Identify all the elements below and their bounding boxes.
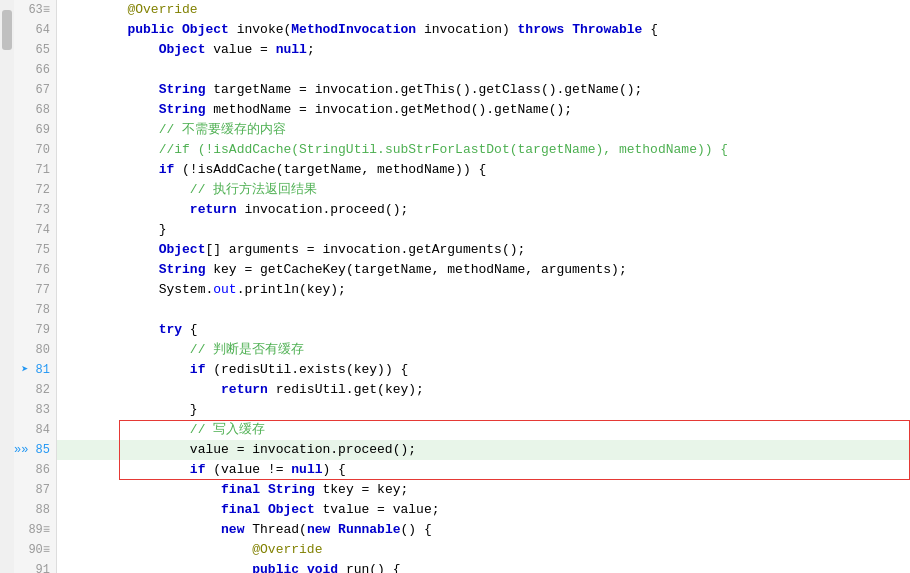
code-line-68: String methodName = invocation.getMethod… (57, 100, 910, 120)
code-text-90: @Override (57, 540, 910, 560)
line-num-91: 91 (14, 560, 56, 573)
code-text-78 (57, 300, 910, 320)
code-text-83: } (57, 400, 910, 420)
code-line-77: System.out.println(key); (57, 280, 910, 300)
code-text-63: @Override (57, 0, 910, 20)
code-line-66 (57, 60, 910, 80)
line-num-81: ➤ 81 (14, 360, 56, 380)
code-line-81: if (redisUtil.exists(key)) { (57, 360, 910, 380)
code-text-77: System.out.println(key); (57, 280, 910, 300)
code-line-65: Object value = null; (57, 40, 910, 60)
code-line-69: // 不需要缓存的内容 (57, 120, 910, 140)
line-num-72: 72 (14, 180, 56, 200)
line-num-78: 78 (14, 300, 56, 320)
code-line-64: public Object invoke(MethodInvocation in… (57, 20, 910, 40)
line-num-84: 84 (14, 420, 56, 440)
line-num-73: 73 (14, 200, 56, 220)
code-text-79: try { (57, 320, 910, 340)
line-num-79: 79 (14, 320, 56, 340)
code-text-84: // 写入缓存 (57, 420, 910, 440)
code-text-72: // 执行方法返回结果 (57, 180, 910, 200)
line-num-90: 90≡ (14, 540, 56, 560)
code-line-63: @Override (57, 0, 910, 20)
code-text-68: String methodName = invocation.getMethod… (57, 100, 910, 120)
code-line-76: String key = getCacheKey(targetName, met… (57, 260, 910, 280)
line-num-66: 66 (14, 60, 56, 80)
code-text-86: if (value != null) { (57, 460, 910, 480)
code-line-84: // 写入缓存 (57, 420, 910, 440)
code-text-76: String key = getCacheKey(targetName, met… (57, 260, 910, 280)
code-content: @Override public Object invoke(MethodInv… (57, 0, 910, 573)
code-line-82: return redisUtil.get(key); (57, 380, 910, 400)
code-line-71: if (!isAddCache(targetName, methodName))… (57, 160, 910, 180)
line-num-75: 75 (14, 240, 56, 260)
code-line-70: //if (!isAddCache(StringUtil.subStrForLa… (57, 140, 910, 160)
line-num-71: 71 (14, 160, 56, 180)
code-text-81: if (redisUtil.exists(key)) { (57, 360, 910, 380)
line-num-89: 89≡ (14, 520, 56, 540)
code-text-64: public Object invoke(MethodInvocation in… (57, 20, 910, 40)
code-line-87: final String tkey = key; (57, 480, 910, 500)
code-line-80: // 判断是否有缓存 (57, 340, 910, 360)
scrollbar-thumb (2, 10, 12, 50)
code-text-67: String targetName = invocation.getThis()… (57, 80, 910, 100)
line-num-87: 87 (14, 480, 56, 500)
code-text-88: final Object tvalue = value; (57, 500, 910, 520)
left-scrollbar[interactable] (0, 0, 14, 573)
line-num-70: 70 (14, 140, 56, 160)
code-text-82: return redisUtil.get(key); (57, 380, 910, 400)
code-text-71: if (!isAddCache(targetName, methodName))… (57, 160, 910, 180)
code-text-66 (57, 60, 910, 80)
code-text-74: } (57, 220, 910, 240)
line-num-88: 88 (14, 500, 56, 520)
code-line-75: Object[] arguments = invocation.getArgum… (57, 240, 910, 260)
line-num-80: 80 (14, 340, 56, 360)
line-num-65: 65 (14, 40, 56, 60)
code-text-85: value = invocation.proceed(); (57, 440, 910, 460)
code-line-67: String targetName = invocation.getThis()… (57, 80, 910, 100)
line-num-69: 69 (14, 120, 56, 140)
code-line-79: try { (57, 320, 910, 340)
line-num-85: »» 85 (14, 440, 56, 460)
code-line-72: // 执行方法返回结果 (57, 180, 910, 200)
line-num-86: 86 (14, 460, 56, 480)
code-text-70: //if (!isAddCache(StringUtil.subStrForLa… (57, 140, 910, 160)
line-num-74: 74 (14, 220, 56, 240)
code-line-89: new Thread(new Runnable() { (57, 520, 910, 540)
line-num-63: 63≡ (14, 0, 56, 20)
line-num-83: 83 (14, 400, 56, 420)
code-line-73: return invocation.proceed(); (57, 200, 910, 220)
code-text-80: // 判断是否有缓存 (57, 340, 910, 360)
code-line-90: @Override (57, 540, 910, 560)
code-line-78 (57, 300, 910, 320)
code-line-91: public void run() { (57, 560, 910, 573)
code-text-91: public void run() { (57, 560, 910, 573)
code-text-75: Object[] arguments = invocation.getArgum… (57, 240, 910, 260)
code-line-74: } (57, 220, 910, 240)
code-text-87: final String tkey = key; (57, 480, 910, 500)
line-num-68: 68 (14, 100, 56, 120)
line-num-64: 64 (14, 20, 56, 40)
line-numbers: 63≡ 64 65 66 67 68 69 70 71 72 73 74 75 … (14, 0, 57, 573)
code-text-73: return invocation.proceed(); (57, 200, 910, 220)
line-num-77: 77 (14, 280, 56, 300)
code-text-89: new Thread(new Runnable() { (57, 520, 910, 540)
code-text-69: // 不需要缓存的内容 (57, 120, 910, 140)
code-line-86: if (value != null) { (57, 460, 910, 480)
line-num-76: 76 (14, 260, 56, 280)
code-line-83: } (57, 400, 910, 420)
code-line-85: value = invocation.proceed(); (57, 440, 910, 460)
editor-container: 63≡ 64 65 66 67 68 69 70 71 72 73 74 75 … (0, 0, 910, 573)
code-text-65: Object value = null; (57, 40, 910, 60)
line-num-67: 67 (14, 80, 56, 100)
code-line-88: final Object tvalue = value; (57, 500, 910, 520)
line-num-82: 82 (14, 380, 56, 400)
red-border-region: // 写入缓存 value = invocation.proceed(); if… (57, 420, 910, 480)
